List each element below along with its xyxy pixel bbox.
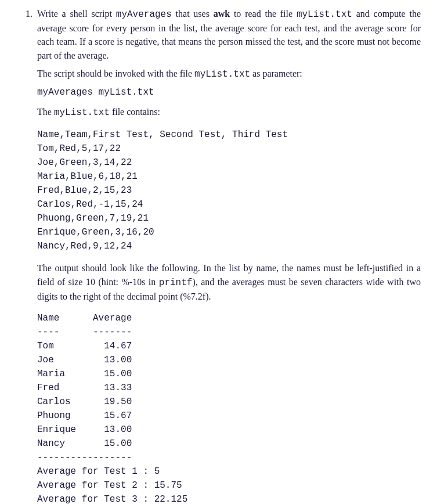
file-contents-block: Name,Team,First Test, Second Test, Third… <box>37 128 421 253</box>
code-filename: myList.txt <box>194 69 250 80</box>
invoke-command: myAverages myList.txt <box>37 86 421 99</box>
bold-awk: awk <box>214 9 230 19</box>
paragraph-3: The myList.txt file contains: <box>37 105 421 120</box>
text: that uses <box>172 9 214 19</box>
paragraph-4: The output should look like the followin… <box>37 261 421 303</box>
text: Write a shell script <box>37 9 116 19</box>
paragraph-1: Write a shell script myAverages that use… <box>37 7 421 62</box>
text: The <box>37 107 54 117</box>
paragraph-2: The script should be invoked with the fi… <box>37 67 421 81</box>
code-filename: myList.txt <box>297 9 352 20</box>
code-script-name: myAverages <box>116 9 172 20</box>
text: as parameter: <box>250 69 302 78</box>
output-block: Name Average ---- ------- Tom 14.67 Joe … <box>37 311 421 504</box>
text: file contains: <box>110 107 160 117</box>
item-body: Write a shell script myAverages that use… <box>37 7 421 504</box>
code-printf: printf <box>159 278 193 288</box>
code-filename: myList.txt <box>54 107 110 118</box>
item-number: 1. <box>16 7 37 20</box>
text: The script should be invoked with the fi… <box>37 69 194 78</box>
text: to read the file <box>230 9 297 19</box>
question-item: 1. Write a shell script myAverages that … <box>16 7 421 504</box>
